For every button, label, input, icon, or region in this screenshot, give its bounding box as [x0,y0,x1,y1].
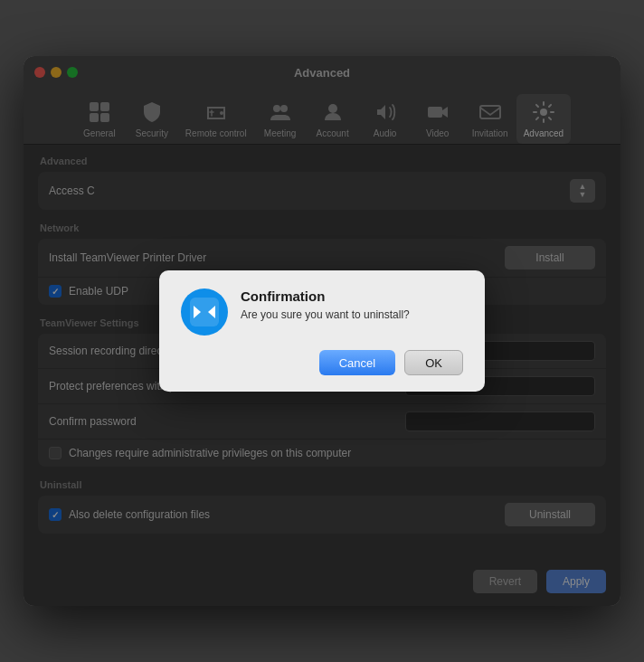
confirmation-modal: Confirmation Are you sure you want to un… [159,270,485,392]
modal-message: Are you sure you want to uninstall? [241,307,410,323]
main-window: Advanced General Security [24,56,620,606]
modal-text-area: Confirmation Are you sure you want to un… [241,288,410,323]
modal-title: Confirmation [241,288,410,304]
modal-overlay: Confirmation Are you sure you want to un… [24,56,620,606]
modal-cancel-button[interactable]: Cancel [319,350,395,375]
teamviewer-logo [181,288,228,336]
modal-buttons: Cancel OK [181,350,463,375]
modal-ok-button[interactable]: OK [404,350,463,375]
modal-header: Confirmation Are you sure you want to un… [181,288,463,336]
